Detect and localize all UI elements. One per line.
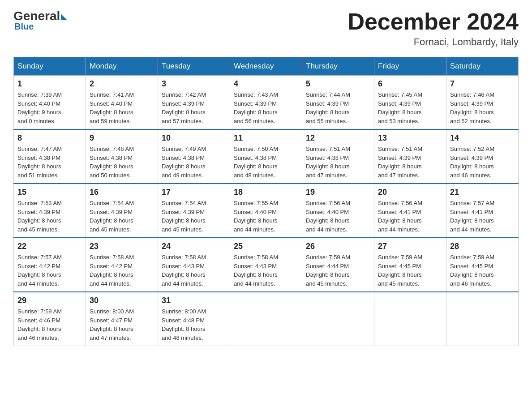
header-day-saturday: Saturday	[446, 57, 519, 76]
day-number: 18	[234, 188, 298, 197]
header-day-sunday: Sunday	[14, 57, 86, 76]
day-info: Sunrise: 7:59 AMSunset: 4:45 PMDaylight:…	[378, 253, 442, 288]
day-number: 15	[17, 188, 82, 197]
calendar-cell: 8Sunrise: 7:47 AMSunset: 4:38 PMDaylight…	[14, 129, 86, 184]
day-number: 17	[162, 188, 226, 197]
calendar-cell: 19Sunrise: 7:56 AMSunset: 4:40 PMDayligh…	[302, 184, 374, 238]
day-number: 8	[17, 133, 82, 143]
header-day-tuesday: Tuesday	[158, 57, 230, 76]
header-day-friday: Friday	[374, 57, 446, 76]
calendar-cell: 21Sunrise: 7:57 AMSunset: 4:41 PMDayligh…	[446, 184, 519, 238]
day-info: Sunrise: 7:52 AMSunset: 4:39 PMDaylight:…	[450, 145, 515, 180]
calendar-cell	[302, 292, 374, 346]
calendar-cell: 23Sunrise: 7:58 AMSunset: 4:42 PMDayligh…	[86, 238, 158, 292]
day-info: Sunrise: 7:46 AMSunset: 4:39 PMDaylight:…	[450, 90, 515, 125]
calendar-cell: 3Sunrise: 7:42 AMSunset: 4:39 PMDaylight…	[158, 76, 230, 130]
logo: General Blue	[13, 9, 68, 32]
calendar-cell: 1Sunrise: 7:39 AMSunset: 4:40 PMDaylight…	[14, 76, 86, 130]
header-day-monday: Monday	[86, 57, 158, 76]
day-number: 1	[17, 79, 82, 89]
day-info: Sunrise: 7:59 AMSunset: 4:46 PMDaylight:…	[17, 307, 82, 342]
calendar-cell: 4Sunrise: 7:43 AMSunset: 4:39 PMDaylight…	[230, 76, 302, 130]
calendar-cell: 9Sunrise: 7:48 AMSunset: 4:38 PMDaylight…	[86, 129, 158, 184]
calendar-week-4: 22Sunrise: 7:57 AMSunset: 4:42 PMDayligh…	[14, 238, 519, 292]
day-info: Sunrise: 7:39 AMSunset: 4:40 PMDaylight:…	[17, 90, 82, 125]
day-number: 2	[90, 79, 154, 89]
day-info: Sunrise: 7:49 AMSunset: 4:38 PMDaylight:…	[162, 145, 226, 180]
day-number: 28	[450, 242, 515, 251]
calendar-week-2: 8Sunrise: 7:47 AMSunset: 4:38 PMDaylight…	[14, 129, 519, 184]
calendar-cell: 7Sunrise: 7:46 AMSunset: 4:39 PMDaylight…	[446, 76, 519, 130]
calendar-cell	[446, 292, 519, 346]
day-info: Sunrise: 8:00 AMSunset: 4:48 PMDaylight:…	[162, 307, 226, 342]
location: Fornaci, Lombardy, Italy	[348, 36, 519, 48]
day-number: 25	[234, 242, 298, 251]
calendar-cell: 30Sunrise: 8:00 AMSunset: 4:47 PMDayligh…	[86, 292, 158, 346]
day-number: 10	[162, 133, 226, 143]
calendar-cell: 25Sunrise: 7:58 AMSunset: 4:43 PMDayligh…	[230, 238, 302, 292]
calendar-cell: 20Sunrise: 7:56 AMSunset: 4:41 PMDayligh…	[374, 184, 446, 238]
day-number: 13	[378, 133, 442, 143]
calendar-cell: 16Sunrise: 7:54 AMSunset: 4:39 PMDayligh…	[86, 184, 158, 238]
day-info: Sunrise: 7:42 AMSunset: 4:39 PMDaylight:…	[162, 90, 226, 125]
calendar-cell: 10Sunrise: 7:49 AMSunset: 4:38 PMDayligh…	[158, 129, 230, 184]
day-number: 21	[450, 188, 515, 197]
day-info: Sunrise: 7:48 AMSunset: 4:38 PMDaylight:…	[90, 145, 154, 180]
day-number: 24	[162, 242, 226, 251]
calendar-cell: 13Sunrise: 7:51 AMSunset: 4:39 PMDayligh…	[374, 129, 446, 184]
page-header: General Blue December 2024 Fornaci, Lomb…	[13, 9, 519, 48]
day-info: Sunrise: 7:51 AMSunset: 4:38 PMDaylight:…	[306, 145, 370, 180]
calendar-week-5: 29Sunrise: 7:59 AMSunset: 4:46 PMDayligh…	[14, 292, 519, 346]
day-number: 6	[378, 79, 442, 89]
calendar-week-3: 15Sunrise: 7:53 AMSunset: 4:39 PMDayligh…	[14, 184, 519, 238]
day-number: 31	[162, 296, 226, 305]
day-info: Sunrise: 7:56 AMSunset: 4:41 PMDaylight:…	[378, 199, 442, 234]
day-info: Sunrise: 7:44 AMSunset: 4:39 PMDaylight:…	[306, 90, 370, 125]
header-day-wednesday: Wednesday	[230, 57, 302, 76]
day-number: 4	[234, 79, 298, 89]
calendar-cell: 5Sunrise: 7:44 AMSunset: 4:39 PMDaylight…	[302, 76, 374, 130]
calendar-cell: 2Sunrise: 7:41 AMSunset: 4:40 PMDaylight…	[86, 76, 158, 130]
day-number: 26	[306, 242, 370, 251]
calendar-cell: 28Sunrise: 7:59 AMSunset: 4:45 PMDayligh…	[446, 238, 519, 292]
header-day-thursday: Thursday	[302, 57, 374, 76]
calendar-cell: 29Sunrise: 7:59 AMSunset: 4:46 PMDayligh…	[14, 292, 86, 346]
day-number: 11	[234, 133, 298, 143]
day-info: Sunrise: 7:56 AMSunset: 4:40 PMDaylight:…	[306, 199, 370, 234]
day-info: Sunrise: 7:54 AMSunset: 4:39 PMDaylight:…	[90, 199, 154, 234]
day-number: 22	[17, 242, 82, 251]
day-number: 30	[90, 296, 154, 305]
day-number: 16	[90, 188, 154, 197]
day-number: 3	[162, 79, 226, 89]
day-info: Sunrise: 7:58 AMSunset: 4:43 PMDaylight:…	[234, 253, 298, 288]
calendar-cell: 27Sunrise: 7:59 AMSunset: 4:45 PMDayligh…	[374, 238, 446, 292]
day-info: Sunrise: 7:59 AMSunset: 4:44 PMDaylight:…	[306, 253, 370, 288]
calendar-cell: 24Sunrise: 7:58 AMSunset: 4:43 PMDayligh…	[158, 238, 230, 292]
calendar-cell: 26Sunrise: 7:59 AMSunset: 4:44 PMDayligh…	[302, 238, 374, 292]
day-info: Sunrise: 7:59 AMSunset: 4:45 PMDaylight:…	[450, 253, 515, 288]
day-number: 27	[378, 242, 442, 251]
day-info: Sunrise: 7:45 AMSunset: 4:39 PMDaylight:…	[378, 90, 442, 125]
calendar-cell	[374, 292, 446, 346]
day-info: Sunrise: 7:51 AMSunset: 4:39 PMDaylight:…	[378, 145, 442, 180]
calendar-cell: 18Sunrise: 7:55 AMSunset: 4:40 PMDayligh…	[230, 184, 302, 238]
calendar-cell: 17Sunrise: 7:54 AMSunset: 4:39 PMDayligh…	[158, 184, 230, 238]
day-number: 23	[90, 242, 154, 251]
day-number: 12	[306, 133, 370, 143]
day-info: Sunrise: 7:50 AMSunset: 4:38 PMDaylight:…	[234, 145, 298, 180]
calendar-header: SundayMondayTuesdayWednesdayThursdayFrid…	[14, 57, 519, 76]
day-number: 14	[450, 133, 515, 143]
day-info: Sunrise: 7:57 AMSunset: 4:41 PMDaylight:…	[450, 199, 515, 234]
calendar-cell: 31Sunrise: 8:00 AMSunset: 4:48 PMDayligh…	[158, 292, 230, 346]
day-number: 19	[306, 188, 370, 197]
day-info: Sunrise: 7:47 AMSunset: 4:38 PMDaylight:…	[17, 145, 82, 180]
day-number: 5	[306, 79, 370, 89]
calendar-cell: 14Sunrise: 7:52 AMSunset: 4:39 PMDayligh…	[446, 129, 519, 184]
day-info: Sunrise: 7:55 AMSunset: 4:40 PMDaylight:…	[234, 199, 298, 234]
calendar-cell: 6Sunrise: 7:45 AMSunset: 4:39 PMDaylight…	[374, 76, 446, 130]
calendar-cell: 15Sunrise: 7:53 AMSunset: 4:39 PMDayligh…	[14, 184, 86, 238]
calendar-cell: 12Sunrise: 7:51 AMSunset: 4:38 PMDayligh…	[302, 129, 374, 184]
day-info: Sunrise: 7:41 AMSunset: 4:40 PMDaylight:…	[90, 90, 154, 125]
calendar-cell: 22Sunrise: 7:57 AMSunset: 4:42 PMDayligh…	[14, 238, 86, 292]
calendar-cell	[230, 292, 302, 346]
